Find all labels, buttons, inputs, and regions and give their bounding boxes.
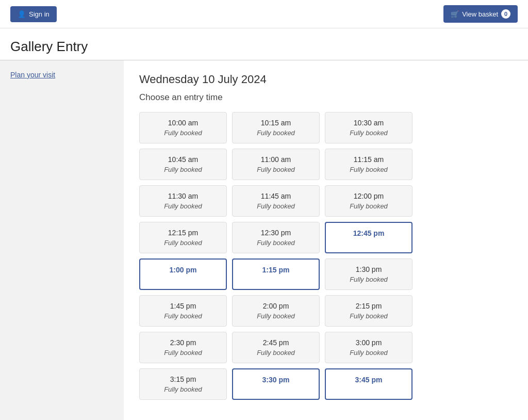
slot-time: 11:15 am	[331, 155, 407, 164]
time-slot[interactable]: 3:45 pm	[325, 368, 412, 400]
header: 👤 Sign in 🛒 View basket 0	[0, 0, 528, 28]
slots-grid: 10:00 amFully booked10:15 amFully booked…	[139, 112, 513, 400]
slot-time: 10:45 am	[145, 155, 221, 164]
slot-time: 12:45 pm	[331, 229, 406, 237]
slot-status: Fully booked	[145, 202, 221, 210]
slot-time: 3:30 pm	[238, 376, 314, 384]
signin-button[interactable]: 👤 Sign in	[10, 6, 57, 22]
slot-status: Fully booked	[238, 129, 314, 137]
slot-status: Fully booked	[331, 202, 407, 210]
slot-status: Fully booked	[238, 239, 314, 247]
time-slot: 11:15 amFully booked	[325, 149, 412, 180]
time-slot[interactable]: 3:30 pm	[232, 368, 320, 400]
slot-time: 1:00 pm	[145, 266, 221, 274]
slot-status: Fully booked	[331, 312, 407, 320]
slot-time: 3:15 pm	[145, 375, 221, 383]
main-layout: Plan your visit Wednesday 10 July 2024 C…	[0, 60, 528, 420]
date-heading: Wednesday 10 July 2024	[139, 73, 513, 86]
time-slot: 11:30 amFully booked	[139, 185, 227, 217]
slot-status: Fully booked	[145, 166, 221, 173]
basket-icon: 🛒	[451, 10, 459, 18]
time-slot: 12:00 pmFully booked	[325, 185, 412, 217]
slot-status: Fully booked	[238, 312, 314, 320]
person-icon: 👤	[18, 10, 26, 18]
choose-label: Choose an entry time	[139, 92, 513, 103]
page-title: Gallery Entry	[10, 39, 518, 55]
slot-time: 1:45 pm	[145, 302, 221, 310]
time-slot: 10:30 amFully booked	[325, 112, 412, 143]
slot-status: Fully booked	[145, 312, 221, 320]
time-slot: 2:30 pmFully booked	[139, 332, 227, 363]
signin-label: Sign in	[29, 10, 50, 18]
basket-count: 0	[501, 9, 510, 19]
basket-label: View basket	[462, 10, 498, 18]
slot-time: 10:15 am	[238, 119, 314, 127]
slot-status: Fully booked	[238, 166, 314, 173]
slot-time: 11:00 am	[238, 155, 314, 164]
slot-time: 12:00 pm	[331, 192, 407, 200]
slot-time: 3:00 pm	[331, 338, 407, 347]
time-slot[interactable]: 1:15 pm	[232, 259, 320, 290]
time-slot: 10:15 amFully booked	[232, 112, 320, 143]
slot-time: 2:15 pm	[331, 302, 407, 310]
page-title-area: Gallery Entry	[0, 28, 528, 60]
slot-status: Fully booked	[145, 239, 221, 247]
slot-time: 1:30 pm	[331, 265, 407, 273]
time-slot[interactable]: 1:00 pm	[139, 259, 227, 290]
slot-time: 3:45 pm	[331, 376, 406, 384]
time-slot: 12:15 pmFully booked	[139, 222, 227, 253]
time-slot: 10:00 amFully booked	[139, 112, 227, 143]
slot-status: Fully booked	[238, 349, 314, 357]
time-slot[interactable]: 12:45 pm	[325, 222, 412, 253]
time-slot: 2:45 pmFully booked	[232, 332, 320, 363]
time-slot: 11:45 amFully booked	[232, 185, 320, 217]
time-slot: 2:15 pmFully booked	[325, 295, 412, 327]
time-slot: 3:00 pmFully booked	[325, 332, 412, 363]
view-basket-button[interactable]: 🛒 View basket 0	[443, 5, 518, 23]
slot-time: 2:00 pm	[238, 302, 314, 310]
slot-status: Fully booked	[145, 385, 221, 393]
content-area: Wednesday 10 July 2024 Choose an entry t…	[124, 60, 528, 420]
time-slot: 11:00 amFully booked	[232, 149, 320, 180]
time-slot: 3:15 pmFully booked	[139, 368, 227, 400]
slot-time: 11:45 am	[238, 192, 314, 200]
slot-status: Fully booked	[331, 129, 407, 137]
slot-time: 10:00 am	[145, 119, 221, 127]
time-slot: 12:30 pmFully booked	[232, 222, 320, 253]
slot-time: 12:30 pm	[238, 229, 314, 237]
slot-status: Fully booked	[331, 349, 407, 357]
time-slot: 1:45 pmFully booked	[139, 295, 227, 327]
slot-time: 10:30 am	[331, 119, 407, 127]
slot-time: 1:15 pm	[238, 266, 314, 274]
slot-time: 11:30 am	[145, 192, 221, 200]
time-slot: 2:00 pmFully booked	[232, 295, 320, 327]
slot-status: Fully booked	[145, 129, 221, 137]
sidebar: Plan your visit	[0, 60, 124, 420]
time-slot: 10:45 amFully booked	[139, 149, 227, 180]
plan-your-visit-link[interactable]: Plan your visit	[10, 71, 55, 79]
slot-time: 2:30 pm	[145, 338, 221, 347]
slot-status: Fully booked	[331, 166, 407, 173]
slot-status: Fully booked	[145, 349, 221, 357]
time-slot: 1:30 pmFully booked	[325, 259, 412, 290]
slot-status: Fully booked	[238, 202, 314, 210]
slot-time: 2:45 pm	[238, 338, 314, 347]
slot-status: Fully booked	[331, 276, 407, 283]
slot-time: 12:15 pm	[145, 229, 221, 237]
